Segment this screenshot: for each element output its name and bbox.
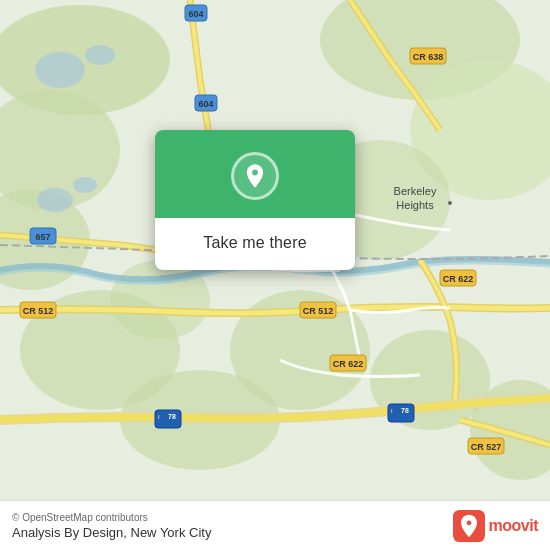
moovit-text: moovit <box>489 517 538 535</box>
footer-bar: © OpenStreetMap contributors Analysis By… <box>0 500 550 550</box>
footer-left: © OpenStreetMap contributors Analysis By… <box>12 512 211 540</box>
svg-point-14 <box>85 45 115 65</box>
popup-card-body: Take me there <box>155 218 355 270</box>
svg-point-13 <box>35 52 85 88</box>
moovit-icon-svg <box>453 510 485 542</box>
svg-text:CR 512: CR 512 <box>303 306 334 316</box>
svg-point-43 <box>448 201 452 205</box>
svg-text:78: 78 <box>401 407 409 414</box>
svg-text:CR 527: CR 527 <box>471 442 502 452</box>
svg-text:604: 604 <box>198 99 213 109</box>
svg-text:CR 622: CR 622 <box>443 274 474 284</box>
svg-text:604: 604 <box>188 9 203 19</box>
location-icon-circle: ⬤ <box>231 152 279 200</box>
svg-text:CR 638: CR 638 <box>413 52 444 62</box>
svg-text:Berkeley: Berkeley <box>394 185 437 197</box>
svg-text:Heights: Heights <box>396 199 434 211</box>
map-pin-svg <box>241 162 269 190</box>
svg-point-16 <box>73 177 97 193</box>
copyright-text: © OpenStreetMap contributors <box>12 512 211 523</box>
popup-card-header: ⬤ <box>155 130 355 218</box>
svg-text:657: 657 <box>35 232 50 242</box>
popup-card: ⬤ Take me there <box>155 130 355 270</box>
svg-point-15 <box>37 188 73 212</box>
location-name: Analysis By Design, New York City <box>12 525 211 540</box>
map-container: 604 604 CR 638 657 CR 512 CR 512 CR 622 … <box>0 0 550 500</box>
take-me-there-button[interactable]: Take me there <box>195 230 314 256</box>
moovit-logo: moovit <box>453 510 538 542</box>
svg-text:CR 622: CR 622 <box>333 359 364 369</box>
svg-text:78: 78 <box>168 413 176 420</box>
svg-text:CR 512: CR 512 <box>23 306 54 316</box>
